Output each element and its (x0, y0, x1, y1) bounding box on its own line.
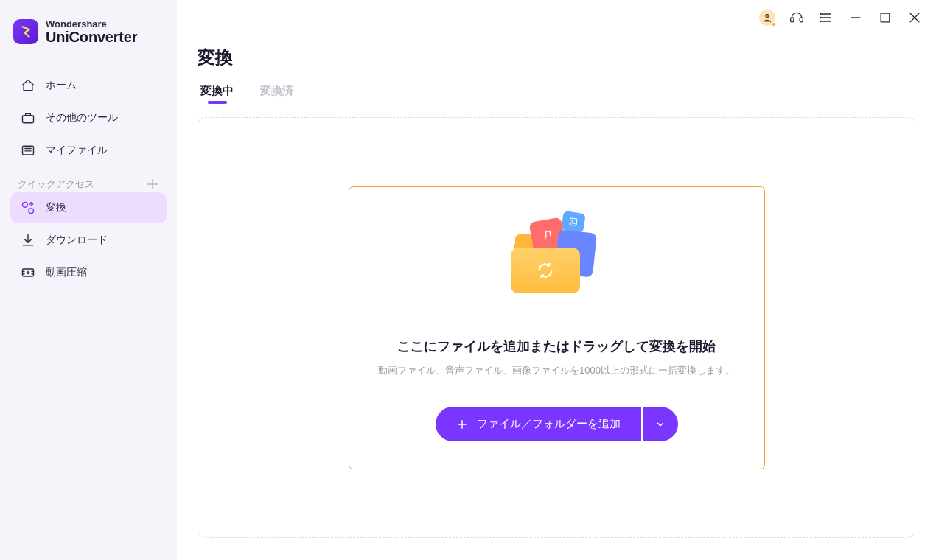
tab-converting[interactable]: 変換中 (200, 84, 234, 105)
quick-access-label: クイックアクセス (18, 178, 94, 191)
brand-line1: Wondershare (46, 19, 137, 29)
dropzone-subtitle: 動画ファイル、音声ファイル、画像ファイルを1000以上の形式に一括変換します。 (378, 364, 735, 377)
file-dropzone[interactable]: ここにファイルを追加またはドラッグして変換を開始 動画ファイル、音声ファイル、画… (198, 117, 915, 538)
sidebar-item-compress[interactable]: 動画圧縮 (10, 257, 167, 288)
main-area: 変換 変換中 変換済 (177, 0, 936, 560)
sidebar-item-label: 動画圧縮 (46, 266, 87, 279)
sidebar-item-label: その他のツール (46, 111, 118, 125)
svg-point-5 (766, 14, 769, 18)
dropzone-illustration (505, 214, 608, 309)
add-file-button-label: ファイル／フォルダーを追加 (477, 417, 621, 431)
minimize-button[interactable] (848, 10, 864, 26)
app-logo-icon (13, 19, 38, 44)
toolbox-icon (21, 111, 35, 125)
tab-converted[interactable]: 変換済 (260, 84, 293, 105)
maximize-button[interactable] (877, 10, 893, 26)
notification-dot (772, 22, 776, 27)
sidebar-item-label: マイファイル (46, 144, 108, 157)
svg-point-2 (23, 202, 28, 207)
svg-rect-1 (23, 146, 34, 155)
sidebar: Wondershare UniConverter ホーム その他のツール マイフ… (0, 0, 177, 560)
sidebar-item-label: ホーム (46, 79, 77, 92)
dropzone-title: ここにファイルを追加またはドラッグして変換を開始 (397, 337, 716, 355)
tab-bar: 変換中 変換済 (198, 84, 915, 113)
add-file-button[interactable]: ファイル／フォルダーを追加 (436, 407, 641, 441)
svg-rect-11 (881, 13, 890, 22)
menu-button[interactable] (818, 10, 834, 26)
sidebar-item-tools[interactable]: その他のツール (10, 102, 167, 133)
sidebar-item-home[interactable]: ホーム (10, 70, 167, 101)
app-name: Wondershare UniConverter (46, 19, 137, 45)
quick-access-add-button[interactable] (146, 178, 159, 191)
folder-icon (21, 143, 35, 158)
page-content: 変換 変換中 変換済 (177, 35, 936, 560)
svg-point-10 (820, 21, 821, 21)
svg-rect-6 (791, 18, 794, 22)
sidebar-item-label: ダウンロード (46, 234, 108, 247)
sidebar-item-label: 変換 (46, 201, 66, 214)
svg-point-13 (572, 220, 573, 221)
chevron-down-icon (655, 419, 666, 430)
plus-icon (456, 419, 468, 430)
add-file-dropdown-button[interactable] (643, 407, 678, 441)
sidebar-item-myfiles[interactable]: マイファイル (10, 135, 167, 166)
home-icon (21, 78, 35, 93)
svg-rect-0 (23, 115, 34, 122)
quick-access-header: クイックアクセス (7, 178, 170, 191)
convert-icon (21, 200, 35, 215)
app-logo[interactable]: Wondershare UniConverter (7, 12, 170, 66)
svg-point-8 (820, 13, 821, 14)
brand-line2: UniConverter (46, 29, 137, 45)
account-button[interactable] (759, 10, 775, 26)
window-titlebar (177, 0, 936, 35)
sidebar-item-download[interactable]: ダウンロード (10, 225, 167, 256)
dropzone-highlight: ここにファイルを追加またはドラッグして変換を開始 動画ファイル、音声ファイル、画… (349, 186, 765, 469)
compress-icon (21, 265, 35, 280)
page-title: 変換 (198, 46, 915, 69)
support-button[interactable] (789, 10, 805, 26)
sidebar-nav: ホーム その他のツール マイファイル クイックアクセス 変換 (7, 69, 170, 290)
add-file-button-group: ファイル／フォルダーを追加 (436, 407, 678, 441)
download-icon (21, 233, 35, 248)
close-button[interactable] (907, 10, 923, 26)
sidebar-item-convert[interactable]: 変換 (10, 192, 167, 223)
svg-point-9 (820, 17, 821, 18)
folder-icon-front (511, 248, 580, 293)
svg-rect-7 (800, 18, 803, 22)
svg-point-3 (29, 208, 34, 213)
